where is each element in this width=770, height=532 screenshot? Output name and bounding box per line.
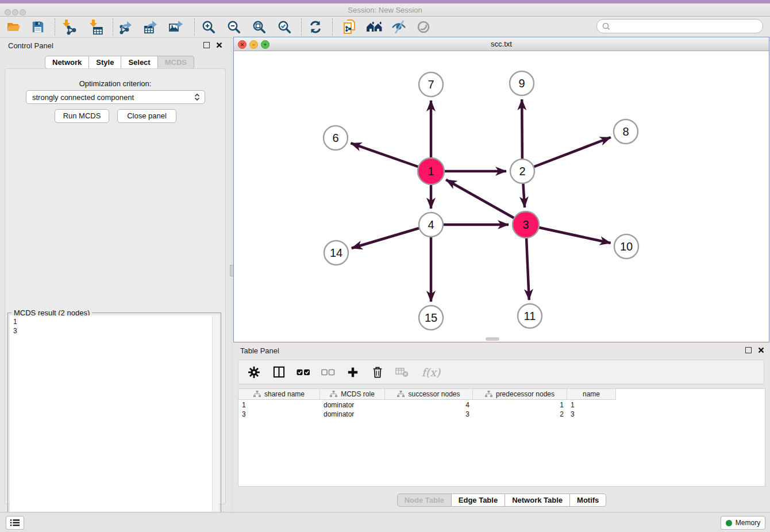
tab-network-table[interactable]: Network Table [505,494,570,507]
delete-column-button[interactable] [370,366,385,379]
tab-select[interactable]: Select [121,56,157,69]
import-table-button[interactable] [87,19,104,35]
column-header-predecessor-nodes[interactable]: predecessor nodes [473,389,567,400]
houses-icon [366,20,383,34]
export-table-button[interactable] [143,19,160,35]
apply-layout-button[interactable] [307,19,324,35]
export-network-button[interactable] [118,19,135,35]
column-header-mcds-role[interactable]: MCDS role [320,389,385,400]
node-table: shared name MCDS role successor nodes pr… [238,388,765,487]
graph-node-6[interactable]: 6 [324,126,348,150]
column-header-successor-nodes[interactable]: successor nodes [385,389,473,400]
graph-node-7[interactable]: 7 [419,72,443,97]
float-panel-icon[interactable] [745,347,752,353]
tab-edge-table[interactable]: Edge Table [452,494,505,507]
cell-mcds-role: dominator [320,400,385,410]
run-mcds-button[interactable]: Run MCDS [55,109,109,123]
select-all-button[interactable] [296,368,311,376]
search-field[interactable] [596,19,763,33]
mcds-result-text[interactable]: 1 3 [10,315,219,524]
graph-node-8[interactable]: 8 [614,119,638,144]
tab-style[interactable]: Style [89,56,121,69]
graph-node-4[interactable]: 4 [419,213,443,237]
criterion-dropdown[interactable]: strongly connected component [26,90,205,104]
delete-table-button[interactable] [395,367,410,377]
import-table-icon [87,19,103,35]
graph-edge-2-8[interactable] [522,137,611,171]
svg-text:7: 7 [428,78,434,91]
zoom-fit-button[interactable] [251,19,268,35]
graph-node-3[interactable]: 3 [513,211,539,238]
hide-graphics-button[interactable] [390,19,407,35]
toggle-bird-view-button[interactable] [415,19,432,35]
main-toolbar [0,17,770,38]
columns-icon [273,366,285,378]
graph-node-14[interactable]: 14 [324,241,348,265]
svg-text:15: 15 [425,311,437,324]
mcds-result-box: MCDS result (2 nodes) 1 3 [7,313,221,526]
cell-predecessor-nodes: 1 [473,400,567,410]
memory-button[interactable]: Memory [721,516,765,530]
column-label: name [583,390,600,398]
eye-slash-icon [391,20,407,34]
table-row[interactable]: 1 dominator 4 1 1 [238,400,616,410]
task-history-button[interactable] [6,516,24,530]
import-network-button[interactable] [60,19,77,35]
network-hscroll-thumb[interactable] [486,337,499,341]
zoom-selected-button[interactable] [276,19,293,35]
graph-node-15[interactable]: 15 [419,306,443,330]
table-row[interactable]: 3 dominator 3 2 3 [238,410,616,419]
svg-text:1: 1 [428,165,434,178]
graph-node-2[interactable]: 2 [510,159,534,183]
clone-network-button[interactable] [341,19,359,35]
column-label: MCDS role [341,390,375,398]
mcds-result-scrollbar[interactable] [212,315,219,524]
cell-predecessor-nodes: 2 [473,410,567,419]
function-builder-button[interactable]: f(x) [419,366,442,379]
svg-text:4: 4 [428,218,434,231]
zoom-in-button[interactable] [200,19,217,35]
float-panel-icon[interactable] [203,42,210,48]
table-settings-button[interactable] [247,366,261,379]
tab-network[interactable]: Network [45,56,89,69]
create-column-button[interactable] [345,367,360,378]
application-window: Session: New Session [0,0,770,532]
export-image-button[interactable] [168,19,185,35]
network-canvas[interactable]: 7968124314101511 [234,51,768,341]
graph-node-1[interactable]: 1 [418,158,444,184]
tab-mcds[interactable]: MCDS [158,56,194,69]
deselect-all-button[interactable] [321,368,336,376]
chevron-up-down-icon [192,92,202,102]
export-table-icon [143,19,159,35]
close-panel-icon[interactable] [216,42,222,48]
graph-node-11[interactable]: 11 [518,304,542,328]
zoom-out-button[interactable] [225,19,242,35]
graph-node-10[interactable]: 10 [614,234,638,259]
delete-table-icon [395,367,409,377]
close-panel-icon[interactable] [758,347,764,353]
attribute-icon [397,391,405,398]
close-panel-button[interactable]: Close panel [117,109,176,123]
search-input[interactable] [613,22,763,31]
show-all-panels-button[interactable] [366,19,383,35]
bird-view-icon [416,20,431,34]
memory-label: Memory [736,519,760,527]
tab-motifs[interactable]: Motifs [570,494,606,507]
criterion-dropdown-value: strongly connected component [26,93,192,102]
open-session-button[interactable] [5,19,22,35]
column-header-shared-name[interactable]: shared name [238,389,320,400]
network-view-window: ✕ − + scc.txt 7968124314101511 [233,37,769,342]
trash-icon [372,366,383,379]
show-column-panel-button[interactable] [271,366,286,378]
plus-icon [347,367,359,378]
tab-node-table[interactable]: Node Table [397,494,452,507]
control-panel-title: Control Panel [8,41,53,50]
network-graph[interactable]: 7968124314101511 [234,51,768,341]
attribute-icon [485,391,492,398]
save-session-button[interactable] [29,19,47,35]
refresh-icon [308,20,323,34]
network-window-titlebar[interactable]: ✕ − + scc.txt [234,37,769,51]
graph-node-9[interactable]: 9 [510,71,534,95]
toolbar-separator [55,18,55,36]
column-header-name[interactable]: name [567,389,616,400]
